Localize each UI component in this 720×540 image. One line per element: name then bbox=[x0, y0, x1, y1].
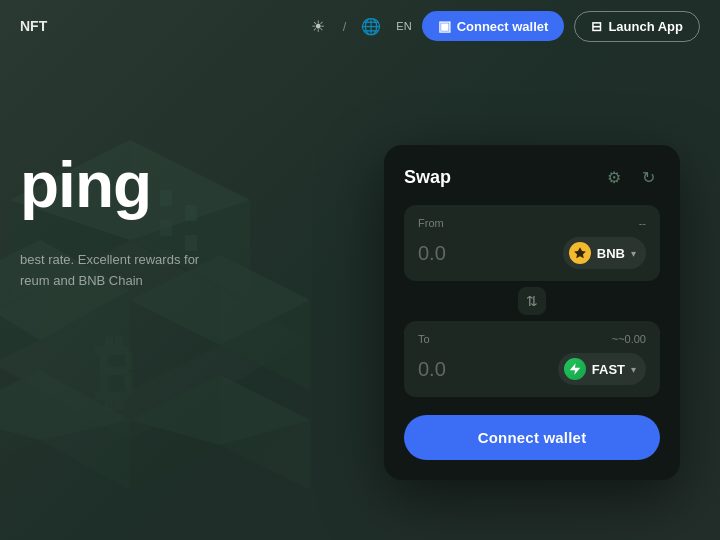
from-row: 0.0 BNB ▾ bbox=[418, 237, 646, 269]
swap-direction: ⇅ bbox=[404, 287, 660, 315]
settings-icon[interactable]: ⚙ bbox=[602, 165, 626, 189]
from-panel: From -- 0.0 BNB ▾ bbox=[404, 205, 660, 281]
from-amount[interactable]: 0.0 bbox=[418, 242, 446, 265]
nav-left: NFT bbox=[20, 18, 47, 34]
svg-text:₿: ₿ bbox=[95, 328, 135, 417]
from-token-chevron: ▾ bbox=[631, 248, 636, 259]
hero-subtitle: best rate. Excellent rewards for reum an… bbox=[20, 250, 199, 292]
from-label-row: From -- bbox=[418, 217, 646, 229]
to-row: 0.0 FAST ▾ bbox=[418, 353, 646, 385]
nav-logo: NFT bbox=[20, 18, 47, 34]
swap-title: Swap bbox=[404, 167, 451, 188]
to-token-chevron: ▾ bbox=[631, 364, 636, 375]
to-token-selector[interactable]: FAST ▾ bbox=[558, 353, 646, 385]
globe-icon[interactable]: 🌐 bbox=[356, 11, 386, 41]
from-balance: -- bbox=[639, 217, 646, 229]
navbar: NFT ☀ / 🌐 EN ▣ Connect wallet ⊟ Launch A… bbox=[0, 0, 720, 52]
nav-right: ☀ / 🌐 EN ▣ Connect wallet ⊟ Launch App bbox=[303, 11, 700, 42]
to-panel: To ~~0.00 0.0 FAST ▾ bbox=[404, 321, 660, 397]
hero-section: ping best rate. Excellent rewards for re… bbox=[0, 150, 199, 292]
to-token-name: FAST bbox=[592, 362, 625, 377]
to-label: To bbox=[418, 333, 430, 345]
from-token-selector[interactable]: BNB ▾ bbox=[563, 237, 646, 269]
from-label: From bbox=[418, 217, 444, 229]
svg-marker-22 bbox=[574, 247, 586, 258]
wallet-icon: ▣ bbox=[438, 18, 451, 34]
launch-icon: ⊟ bbox=[591, 19, 602, 34]
swap-header: Swap ⚙ ↻ bbox=[404, 165, 660, 189]
swap-card: Swap ⚙ ↻ From -- 0.0 BNB ▾ bbox=[384, 145, 680, 480]
connect-wallet-main-button[interactable]: Connect wallet bbox=[404, 415, 660, 460]
swap-direction-button[interactable]: ⇅ bbox=[518, 287, 546, 315]
language-selector[interactable]: EN bbox=[396, 20, 411, 32]
nav-divider: / bbox=[343, 19, 347, 34]
launch-app-button[interactable]: ⊟ Launch App bbox=[574, 11, 700, 42]
from-token-name: BNB bbox=[597, 246, 625, 261]
bnb-icon bbox=[569, 242, 591, 264]
to-amount[interactable]: 0.0 bbox=[418, 358, 446, 381]
swap-header-icons: ⚙ ↻ bbox=[602, 165, 660, 189]
to-label-row: To ~~0.00 bbox=[418, 333, 646, 345]
hero-title: ping bbox=[20, 150, 199, 220]
to-value: ~~0.00 bbox=[612, 333, 646, 345]
connect-wallet-nav-button[interactable]: ▣ Connect wallet bbox=[422, 11, 565, 41]
refresh-icon[interactable]: ↻ bbox=[636, 165, 660, 189]
fast-icon bbox=[564, 358, 586, 380]
theme-toggle-icon[interactable]: ☀ bbox=[303, 11, 333, 41]
